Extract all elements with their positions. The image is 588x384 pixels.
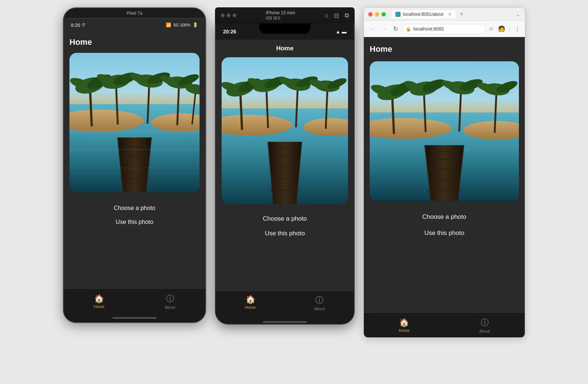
android-status-icons: 📶 5G 100% 🔋 [166,22,198,28]
browser-content: Home [364,37,525,312]
android-nav-about[interactable]: ⓘ About [165,293,175,309]
ios-status-icons: ▲ ▬ [336,29,347,35]
android-home-label: Home [94,304,104,309]
android-about-label: About [165,305,175,309]
browser-home-label: Home [399,328,409,333]
browser-action-icons: ☆ 🧑 ⋮ [488,25,520,33]
beach-svg-ios [222,57,348,204]
ios-toolbar-copy-icon[interactable]: ⧉ [345,12,349,19]
browser-forward-btn[interactable]: → [380,24,389,34]
browser-about-label: About [479,329,490,333]
android-device-name: Pixel 7a [127,11,143,16]
android-choose-photo-btn[interactable]: Choose a photo [69,201,200,215]
browser-reload-btn[interactable]: ↻ [392,24,399,34]
android-statusbar: 8:26 ⏱ 📶 5G 100% 🔋 [64,18,205,32]
ios-top-bar: iPhone 13 mini iOS 18.0 ⌂ ⊡ ⧉ [215,7,355,23]
browser-bookmark-icon[interactable]: ☆ [488,25,494,32]
browser-nav-home[interactable]: 🏠 Home [399,318,409,333]
android-home-indicator-bar [64,314,205,322]
android-battery-icon: 🔋 [193,22,198,28]
ios-time: 20:26 [223,29,236,35]
browser-lock-icon: 🔒 [406,26,411,32]
browser-add-tab-btn[interactable]: + [460,10,464,18]
android-titlebar: Pixel 7a [64,8,205,18]
ios-device-name: iPhone 13 mini iOS 18.0 [266,10,295,21]
browser-tab-close-icon[interactable]: ✕ [448,12,452,17]
ios-nav-home[interactable]: 🏠 Home [245,295,255,309]
svg-rect-29 [69,130,200,133]
ios-notch-bar: 20:26 ▲ ▬ [216,23,354,40]
android-device: Pixel 7a 8:26 ⏱ 📶 5G 100% 🔋 Home [63,7,206,323]
beach-scene-android [69,53,200,192]
android-home-bar [112,317,157,319]
ios-notch [259,23,311,34]
browser-choose-photo-btn[interactable]: Choose a photo [370,210,519,224]
android-clock-icon: ⏱ [82,23,86,27]
ios-home-icon: 🏠 [245,295,255,304]
android-bottom-nav: 🏠 Home ⓘ About [64,289,205,314]
browser-navbar: ← → ↻ 🔒 localhost:8081 ☆ 🧑 ⋮ [364,21,525,37]
ios-nav-title: Home [222,40,348,57]
android-network-icon: 📶 [166,22,171,28]
ios-dot-2 [227,14,230,17]
ios-choose-photo-btn[interactable]: Choose a photo [222,211,348,226]
browser-titlebar: 🌐 localhost:8081/about ✕ + ⌄ [364,8,525,21]
browser-tab[interactable]: 🌐 localhost:8081/about ✕ [392,10,455,18]
browser-tab-title: localhost:8081/about [403,12,444,17]
android-use-photo-btn[interactable]: Use this photo [69,215,200,229]
ios-home-bar-line [263,321,307,323]
browser-favicon: 🌐 [395,12,401,17]
browser-device: 🌐 localhost:8081/about ✕ + ⌄ ← → ↻ 🔒 loc… [363,7,525,338]
android-about-icon: ⓘ [166,293,174,304]
browser-use-photo-btn[interactable]: Use this photo [370,226,519,240]
ios-home-indicator [216,320,354,324]
browser-minimize-btn[interactable] [375,12,379,17]
browser-page-title: Home [370,44,519,54]
beach-svg-browser [370,61,519,201]
svg-rect-30 [69,149,200,151]
android-time: 8:26 ⏱ [71,22,86,28]
beach-svg-android [69,53,200,192]
ios-toolbar-camera-icon[interactable]: ⊡ [334,12,339,19]
ios-dot-1 [221,14,225,17]
browser-nav-about[interactable]: ⓘ About [479,317,490,333]
android-beach-image [69,53,200,192]
browser-about-icon: ⓘ [481,317,489,328]
browser-maximize-btn[interactable] [381,12,386,17]
ios-toolbar-icons: ⌂ ⊡ ⧉ [325,12,349,19]
browser-close-btn[interactable] [368,12,373,17]
browser-beach-image [370,61,519,201]
ios-beach-image [222,57,348,204]
ios-device: 20:26 ▲ ▬ Home [215,23,355,325]
android-home-icon: 🏠 [94,294,104,304]
browser-bottom-nav: 🏠 Home ⓘ About [364,312,525,337]
browser-chevron-icon[interactable]: ⌄ [516,11,520,17]
browser-urlbar[interactable]: 🔒 localhost:8081 [402,24,485,34]
browser-back-btn[interactable]: ← [368,24,377,34]
ios-home-label: Home [245,305,255,309]
browser-profile-icon[interactable]: 🧑 [498,25,505,32]
ios-about-icon: ⓘ [315,295,323,306]
android-content: Home [64,32,205,289]
ios-nav-about[interactable]: ⓘ About [314,295,325,311]
browser-divider [510,25,510,33]
browser-home-icon: 🏠 [399,318,409,327]
ios-wifi-icon: ▲ [336,29,340,35]
android-nav-home[interactable]: 🏠 Home [94,294,104,309]
browser-url-text: localhost:8081 [413,26,444,32]
ios-battery-icon: ▬ [342,29,347,35]
svg-rect-31 [69,167,200,169]
ios-content: Home [216,40,354,291]
browser-window-controls [368,12,386,17]
browser-menu-icon[interactable]: ⋮ [514,25,520,32]
ios-wrapper: iPhone 13 mini iOS 18.0 ⌂ ⊡ ⧉ 20:26 ▲ ▬ … [215,7,355,325]
ios-window-controls [221,14,236,17]
ios-dot-3 [233,14,236,17]
ios-bottom-tab: 🏠 Home ⓘ About [216,291,354,320]
ios-toolbar-home-icon[interactable]: ⌂ [325,12,328,19]
ios-use-photo-btn[interactable]: Use this photo [222,226,348,241]
ios-about-label: About [314,307,325,311]
android-page-title: Home [69,37,200,47]
